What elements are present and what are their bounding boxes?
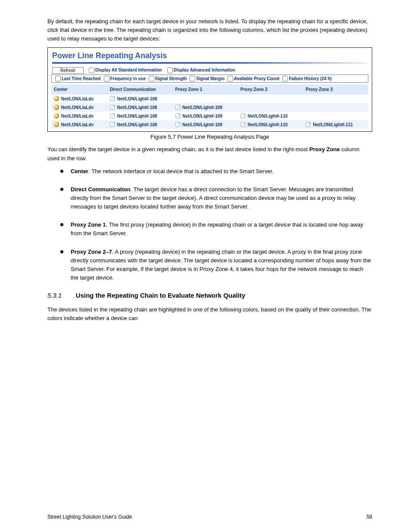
table-row[interactable]: Net/LON/LtaLdv Net/LON/Light#-108 Net/LO…	[51, 112, 368, 120]
opt2-checkbox[interactable]	[282, 76, 288, 81]
figure-caption: Figure 5.7 Power Line Repeating Analysis…	[47, 134, 372, 140]
table-cell	[303, 112, 368, 120]
table-cell	[238, 94, 303, 103]
opt-adv-label: Display Advanced Information	[174, 68, 236, 73]
opt2-label: Signal Margin	[196, 76, 224, 81]
intro-paragraph: By default, the repeating chain for each…	[47, 17, 372, 43]
file-icon	[175, 122, 181, 127]
list-item: Proxy Zone 1. The first proxy (repeating…	[60, 221, 372, 238]
col-pz1: Proxy Zone 1	[173, 84, 238, 94]
opt-adv-checkbox[interactable]	[167, 68, 173, 73]
table-cell: Net/LON/LtaLdv	[51, 120, 107, 129]
table-cell: Net/LON/Light#-111	[303, 120, 368, 129]
columns-list: Center. The network interface or local d…	[60, 167, 372, 282]
table-cell: Net/LON/Light#-108	[107, 94, 172, 103]
para2: You can identify the target device in a …	[47, 145, 372, 162]
opt2-label: Failure History (24 h)	[289, 76, 331, 81]
file-icon	[240, 113, 246, 118]
opt2-label: Signal Strength	[155, 76, 187, 81]
section-title: Using the Repeating Chain to Evaluate Ne…	[76, 292, 245, 299]
panel-rule	[52, 62, 367, 64]
opt2-label: Last Time Reached	[62, 76, 101, 81]
file-icon	[110, 105, 115, 110]
col-direct: Direct Communication	[107, 84, 172, 94]
list-item: Center. The network interface or local d…	[60, 167, 372, 176]
table-cell: Net/LON/LtaLdv	[51, 94, 107, 103]
list-item: Direct Communication. The target device …	[60, 185, 372, 211]
center-icon	[54, 105, 59, 110]
table-cell: Net/LON/Light#-109	[173, 112, 238, 120]
table-cell: Net/LON/Light#-108	[107, 103, 172, 112]
panel-options-row: Last Time Reached Frequency in use Signa…	[51, 75, 368, 83]
table-row[interactable]: Net/LON/LtaLdv Net/LON/Light#-108 Net/LO…	[51, 120, 368, 129]
footer-left: Street Lighting Solution User's Guide	[47, 514, 132, 520]
center-icon	[54, 122, 59, 127]
file-icon	[110, 122, 115, 127]
col-pz2: Proxy Zone 2	[238, 84, 303, 94]
table-cell: Net/LON/Light#-108	[107, 120, 172, 129]
table-row[interactable]: Net/LON/LtaLdv Net/LON/Light#-108	[51, 94, 368, 103]
table-cell: Net/LON/Light#-108	[107, 112, 172, 120]
refresh-button[interactable]: Refresh	[52, 67, 84, 74]
file-icon	[110, 113, 115, 118]
table-row[interactable]: Net/LON/LtaLdv Net/LON/Light#-108 Net/LO…	[51, 103, 368, 112]
file-icon	[110, 96, 115, 101]
center-icon	[54, 113, 59, 118]
footer-right: 59	[367, 514, 372, 520]
col-center: Center	[51, 84, 107, 94]
opt2-label: Available Proxy Count	[234, 76, 280, 81]
opt2-checkbox[interactable]	[104, 76, 109, 81]
section-number: 5.3.1	[47, 292, 62, 299]
list-item: Proxy Zone 2–7. A proxy (repeating devic…	[60, 248, 372, 283]
analysis-panel: Power Line Repeating Analysis Refresh Di…	[47, 47, 372, 132]
opt-std-checkbox[interactable]	[89, 68, 94, 73]
opt2-checkbox[interactable]	[190, 76, 195, 81]
opt-std-label: Display All Standard Information	[95, 68, 162, 73]
section-paragraph: The devices listed in the repeating chai…	[47, 305, 372, 323]
col-pz3: Proxy Zone 3	[303, 84, 368, 94]
table-cell: Net/LON/Light#-110	[238, 120, 303, 129]
file-icon	[175, 113, 181, 118]
table-cell	[303, 94, 368, 103]
table-cell: Net/LON/Light#-109	[173, 103, 238, 112]
opt2-checkbox[interactable]	[149, 76, 154, 81]
file-icon	[240, 122, 246, 127]
opt2-label: Frequency in use	[110, 76, 146, 81]
center-icon	[54, 96, 59, 101]
file-icon	[305, 122, 311, 127]
opt2-checkbox[interactable]	[227, 76, 233, 81]
table-cell: Net/LON/LtaLdv	[51, 103, 107, 112]
panel-toolbar: Refresh Display All Standard Information…	[48, 67, 372, 75]
table-cell: Net/LON/Light#-110	[238, 112, 303, 120]
file-icon	[175, 105, 181, 110]
table-cell	[303, 103, 368, 112]
table-cell	[238, 103, 303, 112]
panel-title: Power Line Repeating Analysis	[48, 48, 372, 62]
table-cell	[173, 94, 238, 103]
opt-std-wrap[interactable]: Display All Standard Information	[86, 68, 162, 73]
table-cell: Net/LON/LtaLdv	[51, 112, 107, 120]
repeating-grid: Center Direct Communication Proxy Zone 1…	[51, 84, 368, 129]
table-cell: Net/LON/Light#-109	[173, 120, 238, 129]
opt2-checkbox[interactable]	[55, 76, 61, 81]
opt-adv-wrap[interactable]: Display Advanced Information	[165, 68, 236, 73]
